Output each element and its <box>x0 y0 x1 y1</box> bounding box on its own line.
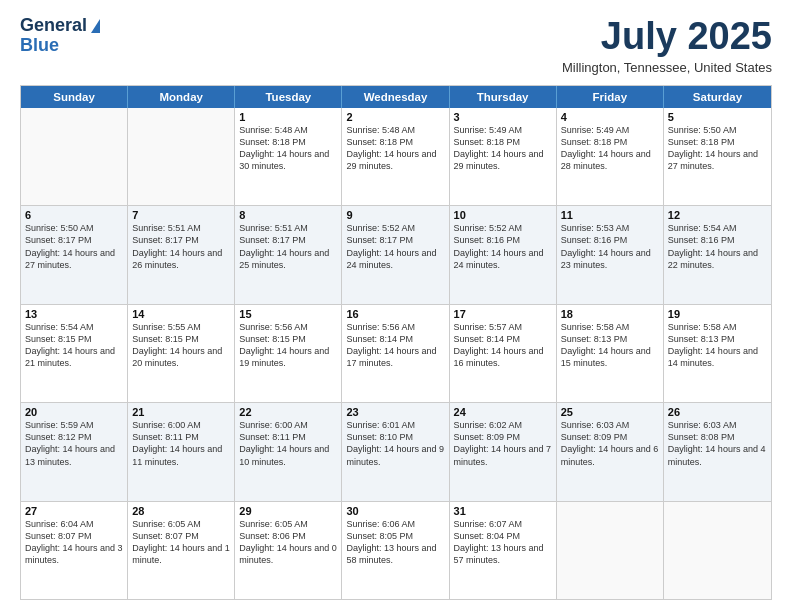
table-row: 20Sunrise: 5:59 AM Sunset: 8:12 PM Dayli… <box>21 403 128 500</box>
cell-info: Sunrise: 6:01 AM Sunset: 8:10 PM Dayligh… <box>346 419 444 468</box>
header-thursday: Thursday <box>450 86 557 108</box>
day-number: 7 <box>132 209 230 221</box>
day-number: 17 <box>454 308 552 320</box>
page: General Blue July 2025 Millington, Tenne… <box>0 0 792 612</box>
cell-info: Sunrise: 6:04 AM Sunset: 8:07 PM Dayligh… <box>25 518 123 567</box>
day-number: 2 <box>346 111 444 123</box>
cell-info: Sunrise: 6:02 AM Sunset: 8:09 PM Dayligh… <box>454 419 552 468</box>
table-row <box>21 108 128 205</box>
table-row: 25Sunrise: 6:03 AM Sunset: 8:09 PM Dayli… <box>557 403 664 500</box>
table-row: 19Sunrise: 5:58 AM Sunset: 8:13 PM Dayli… <box>664 305 771 402</box>
cell-info: Sunrise: 5:56 AM Sunset: 8:14 PM Dayligh… <box>346 321 444 370</box>
table-row: 23Sunrise: 6:01 AM Sunset: 8:10 PM Dayli… <box>342 403 449 500</box>
day-number: 12 <box>668 209 767 221</box>
table-row: 11Sunrise: 5:53 AM Sunset: 8:16 PM Dayli… <box>557 206 664 303</box>
header-wednesday: Wednesday <box>342 86 449 108</box>
day-number: 16 <box>346 308 444 320</box>
table-row: 14Sunrise: 5:55 AM Sunset: 8:15 PM Dayli… <box>128 305 235 402</box>
cell-info: Sunrise: 5:52 AM Sunset: 8:17 PM Dayligh… <box>346 222 444 271</box>
calendar-header: Sunday Monday Tuesday Wednesday Thursday… <box>21 86 771 108</box>
calendar-week-3: 13Sunrise: 5:54 AM Sunset: 8:15 PM Dayli… <box>21 304 771 402</box>
cell-info: Sunrise: 6:03 AM Sunset: 8:09 PM Dayligh… <box>561 419 659 468</box>
logo-text-general: General <box>20 16 87 36</box>
cell-info: Sunrise: 5:50 AM Sunset: 8:18 PM Dayligh… <box>668 124 767 173</box>
table-row: 15Sunrise: 5:56 AM Sunset: 8:15 PM Dayli… <box>235 305 342 402</box>
logo-text-blue: Blue <box>20 36 59 56</box>
cell-info: Sunrise: 5:49 AM Sunset: 8:18 PM Dayligh… <box>454 124 552 173</box>
cell-info: Sunrise: 6:00 AM Sunset: 8:11 PM Dayligh… <box>239 419 337 468</box>
calendar-week-5: 27Sunrise: 6:04 AM Sunset: 8:07 PM Dayli… <box>21 501 771 599</box>
calendar: Sunday Monday Tuesday Wednesday Thursday… <box>20 85 772 600</box>
day-number: 10 <box>454 209 552 221</box>
table-row: 18Sunrise: 5:58 AM Sunset: 8:13 PM Dayli… <box>557 305 664 402</box>
header-saturday: Saturday <box>664 86 771 108</box>
logo: General Blue <box>20 16 100 56</box>
table-row: 7Sunrise: 5:51 AM Sunset: 8:17 PM Daylig… <box>128 206 235 303</box>
day-number: 8 <box>239 209 337 221</box>
location-subtitle: Millington, Tennessee, United States <box>562 60 772 75</box>
cell-info: Sunrise: 5:51 AM Sunset: 8:17 PM Dayligh… <box>132 222 230 271</box>
cell-info: Sunrise: 5:48 AM Sunset: 8:18 PM Dayligh… <box>239 124 337 173</box>
day-number: 27 <box>25 505 123 517</box>
header-sunday: Sunday <box>21 86 128 108</box>
table-row: 1Sunrise: 5:48 AM Sunset: 8:18 PM Daylig… <box>235 108 342 205</box>
day-number: 14 <box>132 308 230 320</box>
table-row: 24Sunrise: 6:02 AM Sunset: 8:09 PM Dayli… <box>450 403 557 500</box>
header-monday: Monday <box>128 86 235 108</box>
table-row: 3Sunrise: 5:49 AM Sunset: 8:18 PM Daylig… <box>450 108 557 205</box>
day-number: 15 <box>239 308 337 320</box>
table-row: 5Sunrise: 5:50 AM Sunset: 8:18 PM Daylig… <box>664 108 771 205</box>
day-number: 26 <box>668 406 767 418</box>
cell-info: Sunrise: 5:55 AM Sunset: 8:15 PM Dayligh… <box>132 321 230 370</box>
logo-triangle-icon <box>91 19 100 33</box>
calendar-week-2: 6Sunrise: 5:50 AM Sunset: 8:17 PM Daylig… <box>21 205 771 303</box>
cell-info: Sunrise: 5:54 AM Sunset: 8:15 PM Dayligh… <box>25 321 123 370</box>
day-number: 1 <box>239 111 337 123</box>
cell-info: Sunrise: 6:05 AM Sunset: 8:06 PM Dayligh… <box>239 518 337 567</box>
cell-info: Sunrise: 5:57 AM Sunset: 8:14 PM Dayligh… <box>454 321 552 370</box>
day-number: 18 <box>561 308 659 320</box>
cell-info: Sunrise: 5:56 AM Sunset: 8:15 PM Dayligh… <box>239 321 337 370</box>
day-number: 23 <box>346 406 444 418</box>
cell-info: Sunrise: 5:58 AM Sunset: 8:13 PM Dayligh… <box>668 321 767 370</box>
cell-info: Sunrise: 5:54 AM Sunset: 8:16 PM Dayligh… <box>668 222 767 271</box>
cell-info: Sunrise: 6:00 AM Sunset: 8:11 PM Dayligh… <box>132 419 230 468</box>
table-row: 28Sunrise: 6:05 AM Sunset: 8:07 PM Dayli… <box>128 502 235 599</box>
table-row: 13Sunrise: 5:54 AM Sunset: 8:15 PM Dayli… <box>21 305 128 402</box>
cell-info: Sunrise: 5:58 AM Sunset: 8:13 PM Dayligh… <box>561 321 659 370</box>
table-row: 4Sunrise: 5:49 AM Sunset: 8:18 PM Daylig… <box>557 108 664 205</box>
table-row: 16Sunrise: 5:56 AM Sunset: 8:14 PM Dayli… <box>342 305 449 402</box>
calendar-week-1: 1Sunrise: 5:48 AM Sunset: 8:18 PM Daylig… <box>21 108 771 205</box>
day-number: 25 <box>561 406 659 418</box>
cell-info: Sunrise: 6:03 AM Sunset: 8:08 PM Dayligh… <box>668 419 767 468</box>
table-row: 9Sunrise: 5:52 AM Sunset: 8:17 PM Daylig… <box>342 206 449 303</box>
cell-info: Sunrise: 5:52 AM Sunset: 8:16 PM Dayligh… <box>454 222 552 271</box>
day-number: 29 <box>239 505 337 517</box>
table-row: 8Sunrise: 5:51 AM Sunset: 8:17 PM Daylig… <box>235 206 342 303</box>
day-number: 3 <box>454 111 552 123</box>
table-row: 31Sunrise: 6:07 AM Sunset: 8:04 PM Dayli… <box>450 502 557 599</box>
title-area: July 2025 Millington, Tennessee, United … <box>562 16 772 75</box>
table-row: 22Sunrise: 6:00 AM Sunset: 8:11 PM Dayli… <box>235 403 342 500</box>
table-row <box>128 108 235 205</box>
cell-info: Sunrise: 5:50 AM Sunset: 8:17 PM Dayligh… <box>25 222 123 271</box>
cell-info: Sunrise: 5:53 AM Sunset: 8:16 PM Dayligh… <box>561 222 659 271</box>
table-row: 6Sunrise: 5:50 AM Sunset: 8:17 PM Daylig… <box>21 206 128 303</box>
day-number: 28 <box>132 505 230 517</box>
cell-info: Sunrise: 5:49 AM Sunset: 8:18 PM Dayligh… <box>561 124 659 173</box>
table-row: 21Sunrise: 6:00 AM Sunset: 8:11 PM Dayli… <box>128 403 235 500</box>
cell-info: Sunrise: 6:05 AM Sunset: 8:07 PM Dayligh… <box>132 518 230 567</box>
cell-info: Sunrise: 5:51 AM Sunset: 8:17 PM Dayligh… <box>239 222 337 271</box>
day-number: 31 <box>454 505 552 517</box>
table-row: 26Sunrise: 6:03 AM Sunset: 8:08 PM Dayli… <box>664 403 771 500</box>
header-friday: Friday <box>557 86 664 108</box>
table-row <box>664 502 771 599</box>
day-number: 20 <box>25 406 123 418</box>
day-number: 11 <box>561 209 659 221</box>
table-row <box>557 502 664 599</box>
header-tuesday: Tuesday <box>235 86 342 108</box>
table-row: 30Sunrise: 6:06 AM Sunset: 8:05 PM Dayli… <box>342 502 449 599</box>
day-number: 4 <box>561 111 659 123</box>
header: General Blue July 2025 Millington, Tenne… <box>20 16 772 75</box>
day-number: 9 <box>346 209 444 221</box>
